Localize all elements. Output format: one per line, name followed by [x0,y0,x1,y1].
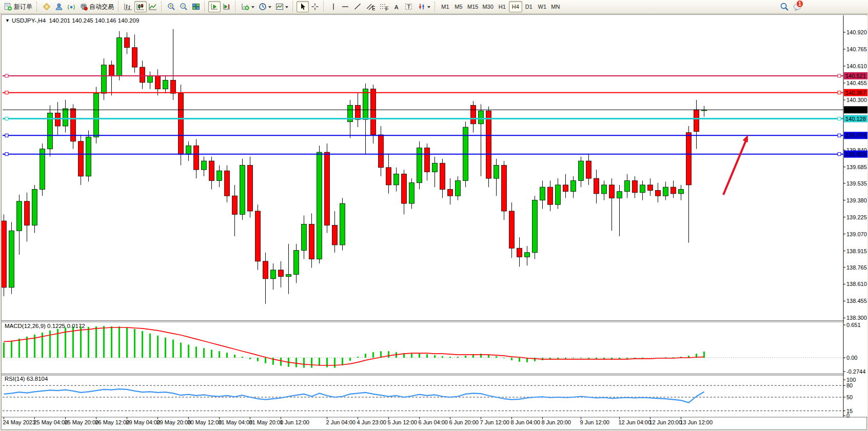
line-handle[interactable] [838,134,841,137]
vertical-line-button[interactable] [327,1,339,12]
toolbar-group-separator [204,2,206,12]
channel-button[interactable]: E [364,1,377,12]
candle-body [325,152,330,225]
community-button[interactable] [53,1,65,12]
candle [571,176,576,198]
line-handle[interactable] [838,117,841,120]
label-icon: T [404,3,413,11]
candle [179,85,184,165]
candle-body [271,270,276,279]
candle-body [371,89,376,135]
trendline-button[interactable] [351,1,364,12]
candle [155,69,161,95]
text-button[interactable]: A [390,1,402,12]
bar-chart-icon [124,3,132,11]
candle-body [25,201,30,225]
time-tick-label: 29 May 04:00 [126,419,161,425]
search-button[interactable] [778,1,791,12]
candle-body [40,149,45,190]
macd-pane[interactable] [3,326,843,368]
chevron-down-icon[interactable] [251,6,254,10]
candle [633,176,638,198]
time-tick-label: 13 Jun 12:00 [680,419,713,425]
time-tick-label: 4 Jun 23:00 [357,419,387,425]
fibonacci-button[interactable]: F [377,1,390,12]
chat-button[interactable]: 1 [791,1,804,12]
candle [17,195,22,255]
candle-body [302,224,307,250]
candle-body [255,211,261,261]
main-price-pane[interactable] [2,29,843,304]
zoom-out-button[interactable] [177,1,190,12]
periods-button[interactable] [257,1,273,12]
horizontal-line-button[interactable] [339,1,351,12]
candle-body [2,221,7,288]
chevron-down-icon[interactable] [427,6,430,10]
zoom-in-button[interactable] [165,1,177,12]
candle [102,58,107,100]
chart-shift-button[interactable] [221,1,233,12]
candle [325,143,330,233]
annotation-arrow[interactable] [723,135,748,195]
horizontal-line-object[interactable] [3,117,843,120]
arrows-button[interactable] [416,1,432,12]
horizontal-line-object[interactable] [3,153,843,156]
chart-collapse-icon[interactable]: ▼ [5,18,10,23]
chevron-down-icon[interactable] [268,6,271,10]
timeframe-button-m1[interactable]: M1 [439,1,452,12]
time-axis[interactable]: 24 May 202325 May 04:0025 May 20:0026 Ma… [2,417,867,425]
auto-scroll-button[interactable] [208,1,221,12]
candle-body [55,113,61,126]
line-handle[interactable] [5,91,8,94]
metaeditor-button[interactable] [41,1,53,12]
rsi-pane[interactable] [3,385,843,411]
bar-chart-button[interactable] [122,1,134,12]
chart-window[interactable]: 140.920140.765140.610140.455140.300139.8… [1,14,867,430]
line-handle[interactable] [838,153,841,156]
signals-button[interactable] [65,1,77,12]
line-handle[interactable] [838,91,841,94]
indicators-button[interactable] [239,1,257,12]
timeframe-button-d1[interactable]: D1 [522,1,536,12]
macd-signal-line [4,327,704,365]
horizontal-line-object[interactable] [3,91,843,94]
label-button[interactable]: T [402,1,416,12]
time-tick-label: 6 Jun 20:00 [449,419,479,425]
horizontal-line-object[interactable] [3,134,843,137]
candle [694,100,699,149]
new-order-button[interactable]: 新订单 [2,1,34,12]
candle-body [171,80,176,94]
line-handle[interactable] [5,153,8,156]
line-handle[interactable] [838,74,841,77]
timeframe-button-h1[interactable]: H1 [496,1,509,12]
svg-text:F: F [385,6,388,11]
timeframe-button-h4[interactable]: H4 [509,1,522,12]
candle-body [663,187,668,196]
price-axis[interactable]: 140.920140.765140.610140.455140.300139.8… [843,15,867,419]
crosshair-button[interactable] [309,1,321,12]
candle [409,178,415,209]
candlestick-button[interactable] [134,1,147,12]
cursor-button[interactable] [297,1,309,12]
candle [171,29,176,100]
horizontal-line-object[interactable] [3,74,843,77]
candle-body [248,166,253,211]
tile-windows-button[interactable] [190,1,202,12]
price-chart[interactable]: 140.920140.765140.610140.455140.300139.8… [2,15,867,430]
templates-button[interactable] [273,1,290,12]
chevron-down-icon[interactable] [285,6,288,10]
timeframe-button-m5[interactable]: M5 [452,1,465,12]
timeframe-button-w1[interactable]: W1 [536,1,549,12]
price-tag-label: 139.803 [845,151,866,157]
line-handle[interactable] [5,117,8,120]
price-tick-label: 138.610 [846,281,867,287]
timeframe-label: M5 [455,4,462,10]
line-chart-button[interactable] [147,1,159,12]
timeframe-button-mn[interactable]: MN [549,1,562,12]
timeframe-button-m30[interactable]: M30 [480,1,495,12]
autotrade-button-label: 自动交易 [89,3,114,11]
timeframe-button-m15[interactable]: M15 [465,1,480,12]
autotrade-button[interactable]: 自动交易 [77,1,116,12]
line-handle[interactable] [5,74,8,77]
line-handle[interactable] [5,134,8,137]
